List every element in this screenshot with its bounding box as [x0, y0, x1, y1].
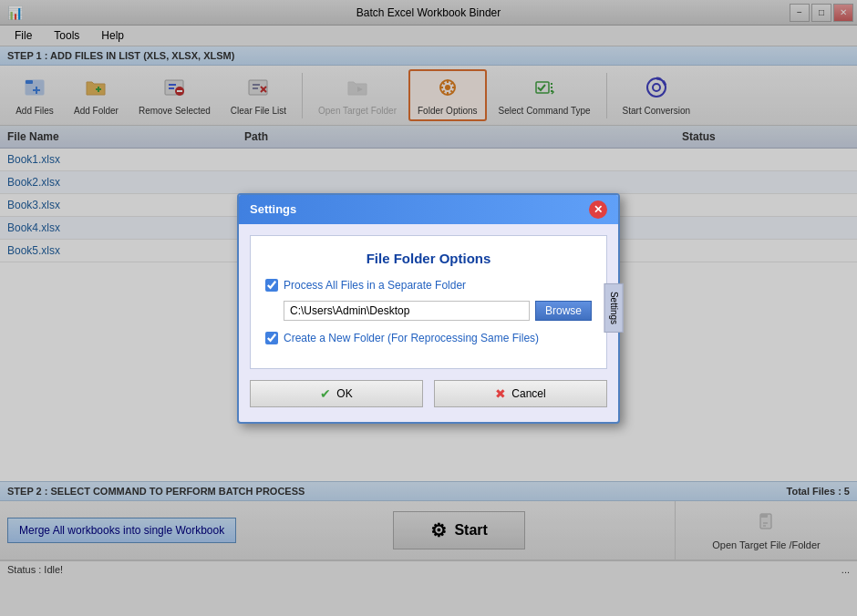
modal-inner: File Folder Options Process All Files in…	[250, 235, 607, 369]
settings-modal: Settings ✕ File Folder Options Process A…	[237, 193, 620, 424]
new-folder-checkbox[interactable]	[265, 332, 278, 344]
settings-tab[interactable]: Settings	[604, 283, 623, 333]
browse-button[interactable]: Browse	[535, 301, 592, 321]
cancel-icon: ✖	[495, 386, 506, 401]
modal-title: Settings	[250, 202, 296, 216]
new-folder-row: Create a New Folder (For Reprocessing Sa…	[265, 332, 592, 344]
path-row: Browse	[284, 301, 592, 321]
process-files-checkbox[interactable]	[265, 279, 278, 292]
cancel-label: Cancel	[511, 387, 545, 400]
ok-button[interactable]: ✔ OK	[250, 380, 423, 407]
ok-label: OK	[336, 387, 352, 400]
modal-body: File Folder Options Process All Files in…	[239, 224, 618, 422]
process-files-row: Process All Files in a Separate Folder	[265, 279, 592, 292]
path-input[interactable]	[284, 301, 530, 321]
modal-footer: ✔ OK ✖ Cancel	[250, 380, 607, 411]
modal-inner-title: File Folder Options	[265, 251, 592, 266]
process-files-label[interactable]: Process All Files in a Separate Folder	[284, 279, 466, 292]
cancel-button[interactable]: ✖ Cancel	[434, 380, 607, 407]
ok-icon: ✔	[320, 386, 331, 401]
new-folder-label[interactable]: Create a New Folder (For Reprocessing Sa…	[284, 332, 539, 344]
modal-overlay: Settings ✕ File Folder Options Process A…	[0, 0, 857, 616]
modal-header: Settings ✕	[239, 195, 618, 224]
modal-close-button[interactable]: ✕	[589, 200, 607, 219]
